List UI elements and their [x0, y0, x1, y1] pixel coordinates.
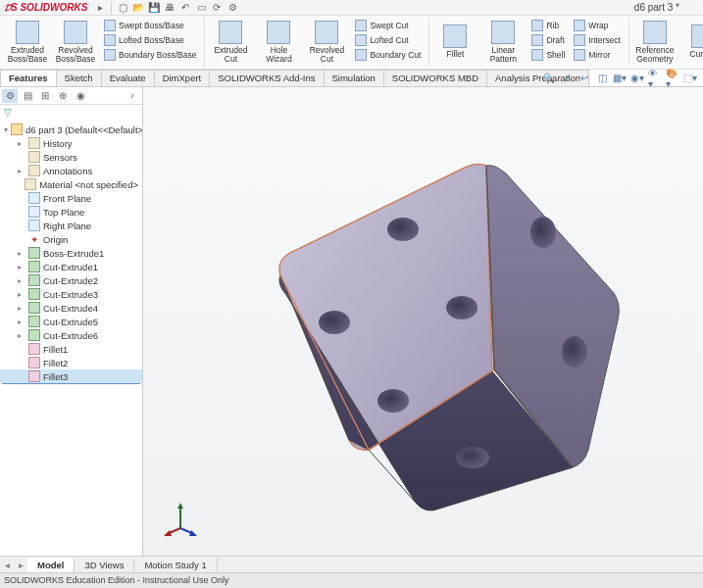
tree-item[interactable]: ▸Annotations [0, 164, 142, 177]
tab-dimxpert[interactable]: DimXpert [154, 70, 211, 86]
tree-item[interactable]: Top Plane [0, 205, 142, 219]
open-icon[interactable]: 📂 [131, 1, 145, 15]
tree-tab-config-icon[interactable]: ⊞ [37, 89, 53, 103]
tree-item[interactable]: Material <not specified> [0, 177, 142, 191]
fillet-icon [28, 370, 40, 382]
feat-icon [28, 247, 40, 259]
tree-item[interactable]: Sensors [0, 150, 142, 164]
feat-icon [28, 329, 40, 341]
boundary-boss-button[interactable]: Boundary Boss/Base [101, 48, 199, 62]
3d-viewport[interactable] [143, 87, 703, 556]
rebuild-icon[interactable]: ⟳ [210, 1, 224, 15]
swept-cut-button[interactable]: Swept Cut [352, 19, 424, 32]
status-bar: SOLIDWORKS Education Edition - Instructi… [0, 572, 703, 588]
tree-item[interactable]: Front Plane [0, 191, 142, 205]
shell-button[interactable]: Shell [528, 48, 568, 62]
bottom-tab-motion-study[interactable]: Motion Study 1 [134, 558, 217, 572]
tree-rollback-bar[interactable] [2, 383, 140, 384]
feat-icon [28, 261, 40, 272]
tree-item[interactable]: ▸Cut-Extrude2 [0, 273, 142, 287]
prev-view-icon[interactable]: ↩ [577, 72, 591, 85]
wrap-button[interactable]: Wrap [571, 19, 624, 32]
draft-button[interactable]: Draft [528, 33, 568, 47]
fillet-button[interactable]: Fillet [431, 18, 478, 67]
tree-item[interactable]: ▸Cut-Extrude3 [0, 287, 142, 301]
tree-item[interactable]: ▸History [0, 136, 142, 150]
dropdown-icon[interactable]: ▸ [93, 1, 107, 15]
curves-button[interactable]: Curves [679, 18, 703, 67]
tree-item[interactable]: ▸Cut-Extrude5 [0, 315, 142, 328]
tree-item[interactable]: Fillet1 [0, 342, 142, 356]
status-text: SOLIDWORKS Education Edition - Instructi… [4, 575, 229, 585]
scroll-left-icon[interactable]: ◂ [0, 560, 14, 570]
origin-icon: ✦ [28, 233, 40, 245]
tree-expand-icon[interactable]: › [125, 89, 140, 103]
tree-item[interactable]: Fillet3 [0, 369, 142, 383]
tree-item-label: Fillet2 [43, 358, 68, 368]
intersect-button[interactable]: Intersect [571, 33, 624, 47]
select-icon[interactable]: ▭ [194, 1, 208, 15]
boundary-cut-button[interactable]: Boundary Cut [352, 48, 424, 62]
linear-pattern-button[interactable]: Linear Pattern [479, 18, 527, 67]
extruded-boss-button[interactable]: Extruded Boss/Base [4, 18, 51, 67]
tree-item-label: Annotations [43, 166, 92, 176]
tree-tab-display-icon[interactable]: ◉ [73, 89, 88, 103]
print-icon[interactable]: 🖶 [163, 1, 176, 15]
bottom-tab-3d-views[interactable]: 3D Views [75, 558, 134, 572]
tree-item-label: Front Plane [43, 193, 91, 204]
tree-item[interactable]: ▸Boss-Extrude1 [0, 246, 142, 260]
revolved-cut-button[interactable]: Revolved Cut [303, 18, 350, 67]
main-area: ⚙ ▤ ⊞ ⊕ ◉ › ▽ ▾ d6 part 3 (Default<<Defa… [0, 87, 703, 556]
tab-features[interactable]: Features [0, 70, 57, 86]
folder-icon [25, 178, 36, 190]
revolved-boss-button[interactable]: Revolved Boss/Base [52, 18, 99, 67]
view-triad-icon[interactable] [163, 501, 198, 536]
appearance-icon[interactable]: 🎨▾ [666, 72, 679, 85]
bottom-tab-model[interactable]: Model [27, 558, 75, 572]
tree-item[interactable]: ▸Cut-Extrude6 [0, 328, 142, 342]
hole-wizard-button[interactable]: Hole Wizard [255, 18, 302, 67]
scene-icon[interactable]: ⬚▾ [683, 72, 697, 85]
zoom-area-icon[interactable]: ⤢ [560, 72, 574, 85]
options-icon[interactable]: ⚙ [226, 1, 239, 15]
svg-point-2 [319, 311, 350, 334]
section-view-icon[interactable]: ◫ [595, 72, 609, 85]
tree-tab-property-icon[interactable]: ▤ [20, 89, 35, 103]
tree-tab-feature-icon[interactable]: ⚙ [2, 89, 18, 103]
tab-sketch[interactable]: Sketch [56, 70, 102, 86]
tree-item-label: History [43, 138, 73, 149]
part-icon [11, 123, 23, 135]
view-orient-icon[interactable]: ▦▾ [613, 72, 627, 85]
tab-addins[interactable]: SOLIDWORKS Add-Ins [209, 70, 324, 86]
tree-item[interactable]: ▸Cut-Extrude4 [0, 301, 142, 315]
swept-boss-button[interactable]: Swept Boss/Base [101, 19, 199, 32]
mirror-button[interactable]: Mirror [571, 48, 624, 62]
tree-root-part[interactable]: ▾ d6 part 3 (Default<<Default>_Display [0, 122, 142, 136]
lofted-boss-button[interactable]: Lofted Boss/Base [101, 33, 199, 47]
tree-tab-dimxpert-icon[interactable]: ⊕ [55, 89, 71, 103]
tab-mbd[interactable]: SOLIDWORKS MBD [383, 70, 487, 86]
ref-geometry-button[interactable]: Reference Geometry [631, 18, 678, 67]
svg-point-5 [562, 336, 587, 368]
tree-item[interactable]: Right Plane [0, 219, 142, 232]
tree-item[interactable]: ✦Origin [0, 232, 142, 246]
tree-item[interactable]: Fillet2 [0, 356, 142, 369]
tree-item[interactable]: ▸Cut-Extrude1 [0, 260, 142, 273]
hide-show-icon[interactable]: 👁▾ [648, 72, 662, 85]
undo-icon[interactable]: ↶ [178, 1, 192, 15]
tab-simulation[interactable]: Simulation [324, 70, 384, 86]
tab-evaluate[interactable]: Evaluate [101, 70, 155, 86]
scroll-right-icon[interactable]: ▸ [14, 560, 27, 570]
tree-filter[interactable]: ▽ [0, 105, 142, 121]
fillet-icon [28, 357, 40, 368]
extruded-cut-button[interactable]: Extruded Cut [207, 18, 254, 67]
new-icon[interactable]: ▢ [116, 1, 129, 15]
zoom-fit-icon[interactable]: 🔍 [542, 72, 556, 85]
app-logo: 𝓓S SOLIDWORKS [4, 2, 87, 14]
bottom-tabs: ◂ ▸ Model3D ViewsMotion Study 1 [0, 556, 703, 572]
rib-button[interactable]: Rib [528, 19, 568, 32]
display-style-icon[interactable]: ◉▾ [630, 72, 644, 85]
save-icon[interactable]: 💾 [147, 1, 161, 15]
die-model [182, 126, 633, 538]
lofted-cut-button[interactable]: Lofted Cut [352, 33, 424, 47]
